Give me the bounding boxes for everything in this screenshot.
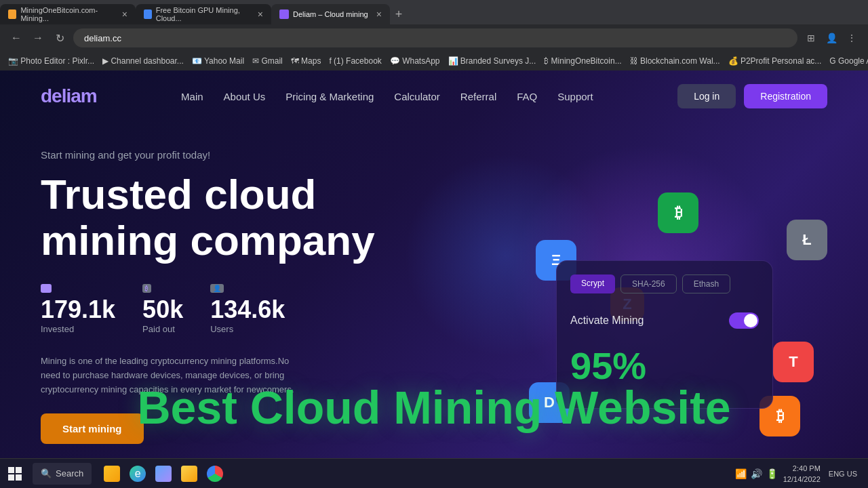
store-icon bbox=[155, 466, 172, 482]
taskbar-app-explorer[interactable] bbox=[177, 462, 201, 486]
stat-users-icon: 👤 bbox=[210, 284, 285, 293]
network-icon[interactable]: 📶 bbox=[735, 468, 747, 479]
bookmark-1[interactable]: 📷 Photo Editor : Pixlr... bbox=[8, 56, 94, 66]
bookmark-6[interactable]: f (1) Facebook bbox=[329, 56, 381, 66]
stat-paidout: ₿ 50k Paid out bbox=[142, 284, 183, 334]
svg-rect-3 bbox=[16, 474, 22, 481]
register-button[interactable]: Registration bbox=[744, 84, 827, 108]
nav-about[interactable]: About Us bbox=[224, 91, 266, 102]
bookmark-3[interactable]: 📧 Yahoo Mail bbox=[192, 56, 244, 66]
stat-paidout-label: Paid out bbox=[142, 324, 183, 334]
browser-controls: ← → ↻ ⊞ 👤 ⋮ bbox=[0, 24, 868, 52]
forward-button[interactable]: → bbox=[30, 30, 46, 46]
bookmark-5[interactable]: 🗺 Maps bbox=[291, 56, 321, 66]
language-display: ENG US bbox=[826, 468, 860, 479]
stat-invested-label: Invested bbox=[41, 324, 115, 334]
profile-button[interactable]: 👤 bbox=[823, 30, 840, 46]
stat-users-label: Users bbox=[210, 324, 285, 334]
tab-bar: MiningOneBitcoin.com-Mining... × Free Bi… bbox=[0, 0, 868, 24]
files-icon bbox=[104, 466, 120, 482]
tab-2[interactable]: Free Bitcoin GPU Mining, Cloud... × bbox=[136, 4, 271, 24]
bookmark-12[interactable]: G Google AdSense bbox=[829, 56, 868, 66]
taskbar-app-chrome[interactable] bbox=[203, 462, 227, 486]
svg-rect-2 bbox=[8, 474, 14, 481]
menu-button[interactable]: ⋮ bbox=[844, 30, 860, 46]
svg-rect-1 bbox=[16, 467, 22, 473]
nav-links: Main About Us Pricing & Marketing Calcul… bbox=[181, 91, 593, 102]
chrome-icon bbox=[207, 466, 223, 482]
taskbar-apps: e bbox=[94, 462, 727, 486]
nav-main[interactable]: Main bbox=[181, 91, 203, 102]
tab-1-icon bbox=[8, 9, 16, 19]
windows-logo-icon bbox=[8, 467, 22, 481]
tab-3-label: Deliam – Cloud mining bbox=[293, 10, 368, 18]
tab-2-icon bbox=[144, 9, 152, 19]
tab-3-icon bbox=[279, 9, 289, 19]
taskbar: 🔍 Search e 📶 🔊 🔋 2:40 PM 12/14/2022 E bbox=[0, 458, 868, 488]
nav-buttons: Log in Registration bbox=[677, 84, 827, 108]
hero-section: Start mining and get your profit today! … bbox=[0, 122, 868, 471]
browser-actions: ⊞ 👤 ⋮ bbox=[803, 30, 860, 46]
start-button[interactable] bbox=[0, 459, 30, 489]
search-label: Search bbox=[56, 468, 83, 479]
tab-1[interactable]: MiningOneBitcoin.com-Mining... × bbox=[0, 4, 136, 24]
bookmark-11[interactable]: 💰 P2Profit Personal ac... bbox=[728, 56, 822, 66]
new-tab-button[interactable]: + bbox=[390, 4, 408, 24]
system-icons: 📶 🔊 🔋 bbox=[735, 468, 778, 479]
taskbar-app-edge[interactable]: e bbox=[125, 462, 150, 486]
tab-2-label: Free Bitcoin GPU Mining, Cloud... bbox=[156, 6, 250, 22]
tab-2-close[interactable]: × bbox=[258, 9, 263, 20]
tab-3-close[interactable]: × bbox=[376, 9, 382, 20]
site-logo[interactable]: deliam bbox=[41, 85, 97, 107]
website-content: deliam Main About Us Pricing & Marketing… bbox=[0, 70, 868, 488]
nav-support[interactable]: Support bbox=[557, 91, 593, 102]
stat-invested-icon: -₿ bbox=[41, 284, 115, 293]
taskbar-system: 📶 🔊 🔋 2:40 PM 12/14/2022 ENG US bbox=[727, 463, 868, 485]
extensions-button[interactable]: ⊞ bbox=[803, 30, 819, 46]
bookmark-7[interactable]: 💬 WhatsApp bbox=[390, 56, 440, 66]
stat-invested-value: 179.1k bbox=[41, 296, 115, 324]
nav-referral[interactable]: Referral bbox=[460, 91, 496, 102]
taskbar-search[interactable]: 🔍 Search bbox=[33, 463, 92, 485]
tab-1-label: MiningOneBitcoin.com-Mining... bbox=[20, 6, 113, 22]
stat-users: 👤 134.6k Users bbox=[210, 284, 285, 334]
search-icon: 🔍 bbox=[41, 468, 52, 479]
bookmark-10[interactable]: ⛓ Blockchain.com Wal... bbox=[630, 56, 720, 66]
bookmark-8[interactable]: 📊 Branded Surveys J... bbox=[448, 56, 536, 66]
svg-rect-0 bbox=[8, 467, 14, 473]
back-button[interactable]: ← bbox=[8, 30, 24, 46]
clock: 2:40 PM 12/14/2022 bbox=[781, 463, 823, 485]
volume-icon[interactable]: 🔊 bbox=[751, 468, 762, 479]
bookmark-9[interactable]: ₿ MiningOneBitcoin... bbox=[544, 56, 621, 66]
stats-row: -₿ 179.1k Invested ₿ 50k Paid out 👤 134.… bbox=[41, 284, 827, 334]
stat-paidout-icon: ₿ bbox=[142, 284, 183, 293]
taskbar-app-store[interactable] bbox=[151, 462, 176, 486]
nav-calculator[interactable]: Calculator bbox=[394, 91, 440, 102]
date-display: 12/14/2022 bbox=[781, 474, 823, 485]
stat-invested: -₿ 179.1k Invested bbox=[41, 284, 115, 334]
edge-icon: e bbox=[130, 466, 146, 482]
bookmark-2[interactable]: ▶ Channel dashboar... bbox=[102, 56, 184, 66]
bookmark-4[interactable]: ✉ Gmail bbox=[252, 56, 283, 66]
navbar: deliam Main About Us Pricing & Marketing… bbox=[0, 70, 868, 122]
hero-subtitle: Start mining and get your profit today! bbox=[41, 149, 827, 161]
nav-faq[interactable]: FAQ bbox=[517, 91, 537, 102]
hero-description: Mining is one of the leading cryptocurre… bbox=[41, 354, 298, 396]
battery-icon[interactable]: 🔋 bbox=[766, 468, 778, 479]
tab-3[interactable]: Deliam – Cloud mining × bbox=[271, 4, 390, 24]
address-bar[interactable] bbox=[73, 28, 797, 47]
browser-chrome: MiningOneBitcoin.com-Mining... × Free Bi… bbox=[0, 0, 868, 70]
nav-pricing[interactable]: Pricing & Marketing bbox=[285, 91, 374, 102]
explorer-icon bbox=[181, 466, 197, 482]
reload-button[interactable]: ↻ bbox=[52, 30, 68, 46]
taskbar-app-files[interactable] bbox=[100, 462, 124, 486]
stat-users-value: 134.6k bbox=[210, 296, 285, 324]
hero-title: Trusted cloud mining company bbox=[41, 171, 434, 264]
tab-1-close[interactable]: × bbox=[122, 9, 127, 20]
time-display: 2:40 PM bbox=[790, 463, 823, 474]
start-mining-button[interactable]: Start mining bbox=[41, 413, 144, 444]
bookmarks-bar: 📷 Photo Editor : Pixlr... ▶ Channel dash… bbox=[0, 52, 868, 70]
login-button[interactable]: Log in bbox=[677, 84, 736, 108]
stat-paidout-value: 50k bbox=[142, 296, 183, 324]
